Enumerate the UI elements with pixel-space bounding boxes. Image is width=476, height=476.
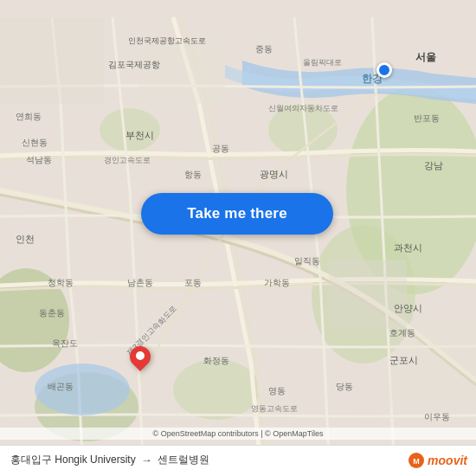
map-background: 부천시 인천 광명시 공동 항동 포동 남촌동 청학동 동춘동 옥잔도 배곤동 … <box>0 0 476 476</box>
svg-text:포동: 포동 <box>184 278 202 287</box>
svg-text:항동: 항동 <box>184 170 202 179</box>
svg-text:중동: 중동 <box>255 44 273 54</box>
svg-text:군포시: 군포시 <box>389 355 418 365</box>
svg-text:석남동: 석남동 <box>26 155 52 164</box>
svg-text:옥잔도: 옥잔도 <box>52 338 78 348</box>
svg-text:영동고속도로: 영동고속도로 <box>251 404 298 413</box>
destination-label: 센트럴병원 <box>158 453 209 467</box>
svg-text:호계동: 호계동 <box>389 328 415 338</box>
direction-arrow: → <box>141 453 152 466</box>
svg-text:공동: 공동 <box>212 144 229 153</box>
svg-text:당동: 당동 <box>336 382 353 391</box>
origin-marker <box>128 346 152 377</box>
svg-rect-9 <box>138 43 225 104</box>
svg-text:남촌동: 남촌동 <box>127 278 153 287</box>
moovit-logo: M moovit <box>408 452 467 469</box>
svg-text:신월여의자동차도로: 신월여의자동차도로 <box>268 104 338 113</box>
svg-text:반포동: 반포동 <box>414 113 440 123</box>
svg-text:동춘동: 동춘동 <box>39 308 65 318</box>
svg-text:신현동: 신현동 <box>22 138 48 147</box>
svg-text:올림픽대로: 올림픽대로 <box>303 58 342 67</box>
svg-rect-8 <box>0 17 104 104</box>
bottom-navigation-bar: 홍대입구 Hongik University → 센트럴병원 M moovit <box>0 445 476 476</box>
take-me-there-button[interactable]: Take me there <box>141 193 333 235</box>
moovit-text: moovit <box>428 453 467 467</box>
svg-text:일직동: 일직동 <box>294 256 320 266</box>
svg-text:M: M <box>413 457 420 466</box>
map-attribution: © OpenStreetMap contributors | © OpenMap… <box>0 428 476 440</box>
svg-text:화정동: 화정동 <box>203 356 229 365</box>
svg-text:청학동: 청학동 <box>48 278 74 287</box>
svg-text:배곤동: 배곤동 <box>48 382 74 391</box>
svg-text:서울: 서울 <box>415 51 436 63</box>
moovit-icon: M <box>408 452 425 469</box>
svg-text:인천국제공항고속도로: 인천국제공항고속도로 <box>128 36 206 45</box>
svg-text:이우동: 이우동 <box>424 412 450 421</box>
svg-text:가학동: 가학동 <box>264 278 290 287</box>
svg-text:김포국제공항: 김포국제공항 <box>108 60 160 69</box>
map-container: 부천시 인천 광명시 공동 항동 포동 남촌동 청학동 동춘동 옥잔도 배곤동 … <box>0 0 476 476</box>
svg-rect-10 <box>329 260 407 329</box>
origin-label: 홍대입구 Hongik University <box>10 453 136 467</box>
svg-point-5 <box>173 359 260 420</box>
svg-text:부천시: 부천시 <box>125 130 154 140</box>
svg-text:안양시: 안양시 <box>394 303 422 313</box>
svg-text:연희동: 연희동 <box>16 112 42 121</box>
svg-text:경인고속도로: 경인고속도로 <box>104 156 151 164</box>
svg-text:과천시: 과천시 <box>394 242 422 253</box>
svg-text:영동: 영동 <box>268 386 286 396</box>
svg-text:강남: 강남 <box>424 160 443 170</box>
destination-marker <box>376 62 392 78</box>
svg-text:광명시: 광명시 <box>260 169 288 179</box>
svg-text:인천: 인천 <box>16 234 35 244</box>
